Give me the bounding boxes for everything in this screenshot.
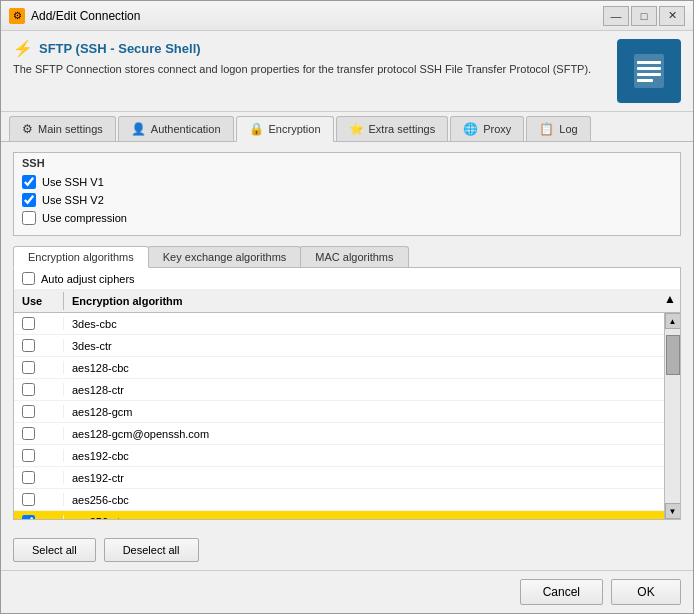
algo-cell: 3des-ctr bbox=[64, 340, 664, 352]
inner-tab-encryption-algorithms[interactable]: Encryption algorithms bbox=[13, 246, 149, 268]
table-row[interactable]: aes256-ctr bbox=[14, 511, 664, 519]
algo-cell: aes128-gcm bbox=[64, 406, 664, 418]
ssh-v1-checkbox[interactable] bbox=[22, 175, 36, 189]
algo-cell: aes256-cbc bbox=[64, 494, 664, 506]
algorithm-panel: Auto adjust ciphers Use Encryption algor… bbox=[13, 268, 681, 520]
window-title: Add/Edit Connection bbox=[31, 9, 140, 23]
main-window: ⚙ Add/Edit Connection — □ ✕ ⚡ SFTP (SSH … bbox=[0, 0, 694, 614]
tab-authentication[interactable]: 👤 Authentication bbox=[118, 116, 234, 141]
table-row[interactable]: aes128-gcm@openssh.com bbox=[14, 423, 664, 445]
row-checkbox-9[interactable] bbox=[22, 515, 35, 519]
select-all-button[interactable]: Select all bbox=[13, 538, 96, 562]
algo-cell: aes192-cbc bbox=[64, 450, 664, 462]
tab-log[interactable]: 📋 Log bbox=[526, 116, 590, 141]
scrollbar-thumb[interactable] bbox=[666, 335, 680, 375]
compression-row: Use compression bbox=[22, 209, 672, 227]
table-scroll-wrapper: 3des-cbc 3des-ctr aes128-cbc aes128-ctr … bbox=[14, 313, 680, 519]
row-checkbox-0[interactable] bbox=[22, 317, 35, 330]
algorithm-table: Use Encryption algorithm ▲ 3des-cbc 3des… bbox=[14, 290, 680, 519]
document-lines-icon bbox=[629, 51, 669, 91]
table-row[interactable]: 3des-cbc bbox=[14, 313, 664, 335]
close-button[interactable]: ✕ bbox=[659, 6, 685, 26]
deselect-all-button[interactable]: Deselect all bbox=[104, 538, 199, 562]
header-title: ⚡ SFTP (SSH - Secure Shell) bbox=[13, 39, 607, 58]
table-body: 3des-cbc 3des-ctr aes128-cbc aes128-ctr … bbox=[14, 313, 664, 519]
use-cell bbox=[14, 515, 64, 519]
row-checkbox-5[interactable] bbox=[22, 427, 35, 440]
compression-checkbox[interactable] bbox=[22, 211, 36, 225]
svg-rect-3 bbox=[637, 73, 661, 76]
log-icon: 📋 bbox=[539, 122, 554, 136]
cancel-button[interactable]: Cancel bbox=[520, 579, 603, 605]
table-row[interactable]: 3des-ctr bbox=[14, 335, 664, 357]
row-checkbox-6[interactable] bbox=[22, 449, 35, 462]
use-cell bbox=[14, 317, 64, 330]
svg-rect-0 bbox=[634, 54, 664, 88]
auto-adjust-label: Auto adjust ciphers bbox=[41, 273, 135, 285]
ssh-v2-row: Use SSH V2 bbox=[22, 191, 672, 209]
algo-cell: aes128-ctr bbox=[64, 384, 664, 396]
tab-extra-settings[interactable]: ⭐ Extra settings bbox=[336, 116, 449, 141]
window-icon: ⚙ bbox=[9, 8, 25, 24]
footer-buttons: Select all Deselect all bbox=[1, 530, 693, 570]
use-cell bbox=[14, 427, 64, 440]
header-section: ⚡ SFTP (SSH - Secure Shell) The SFTP Con… bbox=[1, 31, 693, 112]
extra-settings-icon: ⭐ bbox=[349, 122, 364, 136]
table-header: Use Encryption algorithm ▲ bbox=[14, 290, 680, 313]
auto-adjust-row: Auto adjust ciphers bbox=[14, 268, 680, 290]
table-row[interactable]: aes192-cbc bbox=[14, 445, 664, 467]
ssh-v2-label: Use SSH V2 bbox=[42, 194, 104, 206]
use-cell bbox=[14, 361, 64, 374]
row-checkbox-4[interactable] bbox=[22, 405, 35, 418]
ssh-v2-checkbox[interactable] bbox=[22, 193, 36, 207]
main-tabs-bar: ⚙ Main settings 👤 Authentication 🔒 Encry… bbox=[1, 112, 693, 142]
title-bar: ⚙ Add/Edit Connection — □ ✕ bbox=[1, 1, 693, 31]
tab-proxy[interactable]: 🌐 Proxy bbox=[450, 116, 524, 141]
scroll-down-button[interactable]: ▼ bbox=[665, 503, 681, 519]
maximize-button[interactable]: □ bbox=[631, 6, 657, 26]
authentication-icon: 👤 bbox=[131, 122, 146, 136]
main-settings-icon: ⚙ bbox=[22, 122, 33, 136]
use-cell bbox=[14, 471, 64, 484]
minimize-button[interactable]: — bbox=[603, 6, 629, 26]
scrollbar-track-middle bbox=[665, 329, 680, 503]
tab-encryption[interactable]: 🔒 Encryption bbox=[236, 116, 334, 142]
table-row[interactable]: aes192-ctr bbox=[14, 467, 664, 489]
algo-cell: aes128-cbc bbox=[64, 362, 664, 374]
dialog-footer: Cancel OK bbox=[1, 570, 693, 613]
ssh-group: SSH Use SSH V1 Use SSH V2 Use compressio… bbox=[13, 152, 681, 236]
tab-main-settings[interactable]: ⚙ Main settings bbox=[9, 116, 116, 141]
sftp-icon: ⚡ bbox=[13, 39, 33, 58]
header-icon bbox=[617, 39, 681, 103]
scroll-up-button[interactable]: ▲ bbox=[665, 313, 681, 329]
title-bar-left: ⚙ Add/Edit Connection bbox=[9, 8, 140, 24]
row-checkbox-7[interactable] bbox=[22, 471, 35, 484]
row-checkbox-2[interactable] bbox=[22, 361, 35, 374]
algo-cell: 3des-cbc bbox=[64, 318, 664, 330]
scroll-spacer: ▲ bbox=[664, 292, 680, 310]
vertical-scrollbar[interactable]: ▲ ▼ bbox=[664, 313, 680, 519]
table-row[interactable]: aes128-ctr bbox=[14, 379, 664, 401]
compression-label: Use compression bbox=[42, 212, 127, 224]
inner-tab-mac-algorithms[interactable]: MAC algorithms bbox=[300, 246, 408, 267]
title-controls: — □ ✕ bbox=[603, 6, 685, 26]
table-row[interactable]: aes128-cbc bbox=[14, 357, 664, 379]
inner-tab-key-exchange[interactable]: Key exchange algorithms bbox=[148, 246, 302, 267]
inner-tabs-container: Encryption algorithms Key exchange algor… bbox=[13, 242, 681, 520]
table-row[interactable]: aes256-cbc bbox=[14, 489, 664, 511]
row-checkbox-8[interactable] bbox=[22, 493, 35, 506]
content-area: SSH Use SSH V1 Use SSH V2 Use compressio… bbox=[1, 142, 693, 530]
row-checkbox-1[interactable] bbox=[22, 339, 35, 352]
use-cell bbox=[14, 493, 64, 506]
encryption-icon: 🔒 bbox=[249, 122, 264, 136]
inner-tabs-bar: Encryption algorithms Key exchange algor… bbox=[13, 246, 681, 268]
ssh-group-label: SSH bbox=[22, 157, 672, 169]
algo-cell: aes256-ctr bbox=[64, 516, 664, 520]
row-checkbox-3[interactable] bbox=[22, 383, 35, 396]
use-cell bbox=[14, 405, 64, 418]
table-row[interactable]: aes128-gcm bbox=[14, 401, 664, 423]
auto-adjust-checkbox[interactable] bbox=[22, 272, 35, 285]
ssh-v1-label: Use SSH V1 bbox=[42, 176, 104, 188]
ok-button[interactable]: OK bbox=[611, 579, 681, 605]
col-algo-header: Encryption algorithm bbox=[64, 292, 664, 310]
